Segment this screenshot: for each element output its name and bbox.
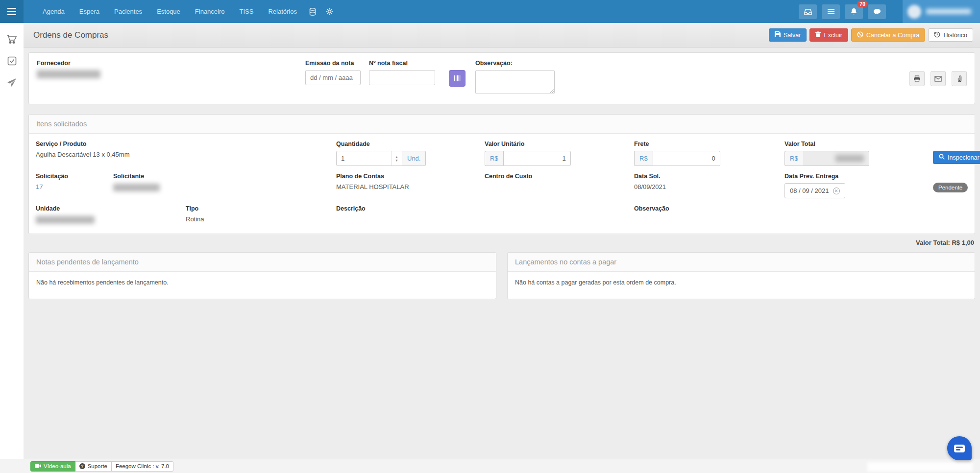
clear-date-icon[interactable]: ✕ (833, 188, 840, 194)
hamburger-menu-icon[interactable] (0, 0, 24, 23)
pending-notes-empty-message: Não há recebimentos pendentes de lançame… (29, 272, 496, 299)
avatar (907, 5, 921, 19)
menu-item-estoque[interactable]: Estoque (149, 0, 188, 23)
tasks-list-button[interactable] (822, 4, 840, 19)
item-total-redacted (835, 155, 864, 162)
menu-item-financeiro[interactable]: Financeiro (188, 0, 232, 23)
quantity-stepper[interactable]: ▲▼ (391, 151, 402, 166)
menu-item-espera[interactable]: Espera (72, 0, 107, 23)
items-section-title: Itens solicitados (29, 115, 975, 134)
issue-date-label: Emissão da nota (305, 60, 361, 67)
notification-count-badge: 70 (857, 0, 868, 8)
observation-label: Observação: (475, 60, 555, 67)
history-button[interactable]: Histórico (928, 28, 973, 42)
pending-notes-panel: Notas pendentes de lançamento Não há rec… (28, 252, 496, 299)
unit-org-label: Unidade (36, 205, 186, 212)
item-observation-label: Observação (634, 205, 968, 212)
menu-item-pacientes[interactable]: Pacientes (107, 0, 149, 23)
inspect-button[interactable]: Inspecionar (933, 151, 980, 164)
requested-items-panel: Itens solicitados Serviço / Produto Agul… (28, 114, 975, 234)
request-date-label: Data Sol. (634, 173, 784, 180)
username-redacted (926, 9, 971, 14)
quantity-label: Quantidade (336, 141, 485, 147)
app-window: Agenda Espera Pacientes Estoque Financei… (0, 0, 980, 473)
description-label: Descrição (336, 205, 634, 212)
watermark-redacted (867, 462, 973, 472)
settings-gear-icon[interactable] (321, 8, 338, 15)
cost-center-value (485, 183, 634, 191)
status-badge: Pendente (933, 183, 968, 192)
page-title: Ordens de Compras (33, 30, 108, 40)
item-total-label: Valor Total (784, 141, 933, 147)
chat-bubble-icon (954, 445, 965, 452)
order-form-panel: Fornecedor Emissão da nota Nº nota fisca… (28, 52, 975, 104)
question-icon: ? (79, 463, 85, 469)
chat-messages-button[interactable] (868, 4, 886, 19)
video-camera-icon (35, 463, 41, 469)
payables-title: Lançamentos no contas a pagar (508, 253, 975, 272)
notifications-bell-button[interactable]: 70 (845, 4, 863, 19)
unit-price-input[interactable] (503, 151, 571, 166)
main-content: Fornecedor Emissão da nota Nº nota fisca… (24, 47, 980, 459)
chat-widget-button[interactable] (947, 436, 972, 460)
app-footer: Vídeo-aula ? Suporte Feegow Clinic : v. … (0, 459, 980, 473)
item-total-input-disabled (803, 151, 869, 166)
save-button[interactable]: Salvar (769, 28, 807, 42)
requester-label: Solicitante (113, 173, 336, 180)
video-tutorial-button[interactable]: Vídeo-aula (30, 461, 75, 472)
print-button[interactable] (909, 71, 925, 86)
database-icon[interactable] (304, 8, 321, 16)
delivery-date-label: Data Prev. Entrega (784, 173, 933, 180)
search-icon (939, 154, 945, 161)
barcode-button[interactable] (449, 70, 466, 87)
approvals-check-icon[interactable] (6, 55, 17, 66)
request-date-value: 08/09/2021 (634, 183, 784, 191)
menu-item-agenda[interactable]: Agenda (35, 0, 72, 23)
type-value: Rotina (186, 215, 336, 223)
currency-prefix: R$ (634, 151, 653, 166)
ban-icon (857, 31, 863, 39)
observation-textarea[interactable] (475, 70, 555, 94)
request-label: Solicitação (36, 173, 113, 180)
issue-date-input[interactable] (305, 70, 361, 85)
description-value (336, 215, 634, 223)
version-label: Feegow Clinic : v. 7.0 (112, 461, 173, 472)
unit-addon: Und. (402, 151, 426, 166)
left-sidebar (0, 23, 24, 459)
send-paper-plane-icon[interactable] (6, 77, 17, 88)
currency-prefix: R$ (784, 151, 803, 166)
history-clock-icon (934, 31, 940, 39)
save-icon (775, 31, 781, 39)
email-button[interactable] (931, 71, 946, 86)
navbar-right-actions: 70 (799, 0, 980, 23)
purchases-cart-icon[interactable] (6, 34, 17, 45)
invoice-number-label: Nº nota fiscal (369, 60, 435, 67)
inbox-button[interactable] (799, 4, 817, 19)
account-plan-label: Plano de Contas (336, 173, 485, 180)
delivery-date-input[interactable]: 08 / 09 / 2021 ✕ (784, 183, 845, 198)
delete-button[interactable]: Excluir (809, 28, 848, 42)
support-button[interactable]: ? Suporte (75, 461, 112, 472)
request-number-link[interactable]: 17 (36, 183, 43, 190)
cancel-purchase-button[interactable]: Cancelar a Compra (851, 28, 925, 42)
product-value: Agulha Descartável 13 x 0,45mm (36, 151, 336, 159)
menu-item-relatorios[interactable]: Relatórios (261, 0, 304, 23)
pending-notes-title: Notas pendentes de lançamento (29, 253, 496, 272)
payables-panel: Lançamentos no contas a pagar Não há con… (507, 252, 975, 299)
requester-value-redacted (113, 184, 160, 191)
payables-empty-message: Não há contas a pagar geradas por esta o… (508, 272, 975, 299)
product-label: Serviço / Produto (36, 141, 336, 147)
freight-input[interactable] (653, 151, 720, 166)
supplier-value-redacted (37, 70, 100, 78)
account-plan-value: MATERIAL HOSPITALAR (336, 183, 485, 191)
attachment-button[interactable] (952, 71, 967, 86)
unit-price-label: Valor Unitário (485, 141, 634, 147)
main-menu: Agenda Espera Pacientes Estoque Financei… (35, 0, 338, 23)
menu-item-tiss[interactable]: TISS (232, 0, 261, 23)
unit-org-value-redacted (36, 216, 95, 224)
item-observation-value (634, 215, 968, 223)
supplier-label: Fornecedor (37, 60, 305, 67)
invoice-number-input[interactable] (369, 70, 435, 85)
page-header: Ordens de Compras Salvar Excluir Cancela… (24, 23, 980, 47)
user-profile-area[interactable] (903, 0, 980, 23)
